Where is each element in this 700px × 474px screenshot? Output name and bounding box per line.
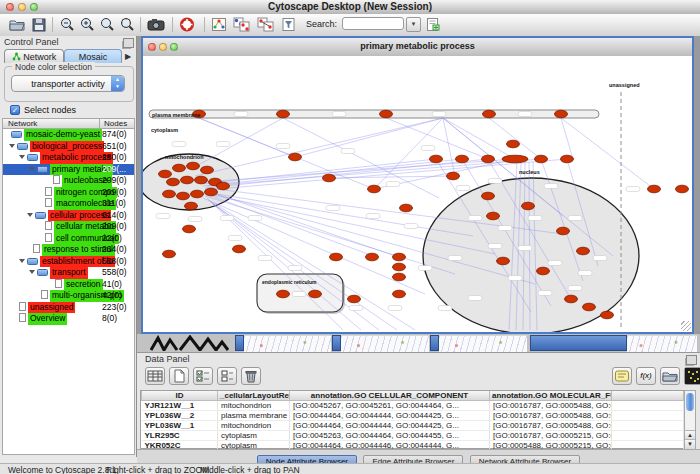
network-node[interactable] bbox=[535, 155, 548, 163]
network-node[interactable] bbox=[330, 253, 343, 261]
background-window-border[interactable] bbox=[235, 335, 244, 351]
network-node[interactable] bbox=[393, 263, 406, 271]
network-node[interactable] bbox=[366, 253, 379, 261]
background-window-border[interactable] bbox=[332, 335, 341, 351]
network-node[interactable] bbox=[217, 182, 230, 190]
network-node[interactable] bbox=[577, 247, 590, 255]
tree-item[interactable]: biological_process651(0) bbox=[3, 141, 134, 153]
tree-item[interactable]: Overview8(0) bbox=[3, 313, 134, 325]
network-node[interactable] bbox=[447, 172, 460, 180]
network-node[interactable] bbox=[676, 185, 689, 193]
network-edge[interactable] bbox=[561, 118, 573, 159]
network-view-icon[interactable] bbox=[210, 16, 228, 33]
network-node[interactable] bbox=[323, 174, 336, 182]
tree-item[interactable]: establishment of lo558(0) bbox=[3, 256, 134, 268]
background-window-sliver[interactable] bbox=[341, 335, 429, 352]
table-column-header[interactable]: annotation.GO MOLECULAR_FUNCTION bbox=[490, 391, 612, 401]
tree-item[interactable]: cell communicat22(0) bbox=[3, 233, 134, 245]
network-node[interactable] bbox=[430, 155, 443, 163]
network-node[interactable] bbox=[393, 290, 406, 298]
network-canvas[interactable]: plasma membranecytoplasmmitochondrionnuc… bbox=[143, 56, 692, 332]
network-node[interactable] bbox=[348, 295, 361, 303]
table-cell[interactable]: YLR295C bbox=[142, 431, 218, 441]
tree-item[interactable]: cellular metabo209(0) bbox=[3, 221, 134, 233]
tree-expand-icon[interactable] bbox=[27, 213, 33, 217]
table-row[interactable]: YLR295Ccytoplasm[GO:0045263, GO:0044464,… bbox=[142, 431, 684, 441]
zoom-out-icon[interactable] bbox=[58, 16, 76, 33]
network-node[interactable] bbox=[400, 204, 413, 212]
table-cell[interactable]: [GO:0045267, GO:0045261, GO:0044464, G..… bbox=[290, 401, 490, 411]
attribute-table-icon[interactable] bbox=[145, 367, 165, 385]
network-edge[interactable] bbox=[489, 118, 541, 159]
attribute-matrix-icon[interactable] bbox=[684, 367, 700, 385]
network-node[interactable] bbox=[482, 192, 495, 200]
tree-item[interactable]: secretion41(0) bbox=[3, 279, 134, 291]
background-window-border[interactable] bbox=[430, 335, 439, 351]
table-row[interactable]: YJR121W__1mitochondrion[GO:0045267, GO:0… bbox=[142, 401, 684, 411]
table-cell[interactable]: [GO:0016787, GO:0005488, GO:0005215, G..… bbox=[490, 401, 612, 411]
resize-grip[interactable] bbox=[681, 321, 691, 331]
search-input[interactable] bbox=[342, 17, 404, 30]
label-icon[interactable] bbox=[612, 367, 632, 385]
network-node[interactable] bbox=[163, 190, 176, 198]
float-panel-icon[interactable] bbox=[686, 355, 697, 365]
tree-item[interactable]: multi-organism pro42(0) bbox=[3, 290, 134, 302]
tree-item[interactable]: transport558(0) bbox=[3, 267, 134, 279]
network-node[interactable] bbox=[173, 164, 186, 172]
tree-expand-icon[interactable] bbox=[19, 259, 25, 263]
node-color-dropdown[interactable]: transporter activity ▲▼ bbox=[11, 75, 125, 92]
function-builder-icon[interactable]: f(x) bbox=[636, 367, 656, 385]
network-node[interactable] bbox=[195, 176, 208, 184]
table-column-header[interactable]: ID bbox=[142, 391, 218, 401]
table-column-header[interactable]: annotation.GO CELLULAR_COMPONENT bbox=[290, 391, 490, 401]
table-cell[interactable]: cytoplasm bbox=[218, 431, 290, 441]
table-cell[interactable] bbox=[612, 421, 684, 431]
table-cell[interactable]: YJR121W__1 bbox=[142, 401, 218, 411]
table-row[interactable]: YPL036W__2plasma membrane[GO:0044464, GO… bbox=[142, 411, 684, 421]
table-cell[interactable]: [GO:0016787, GO:0005488, GO:0005215, G..… bbox=[490, 411, 612, 421]
tree-expand-icon[interactable] bbox=[9, 144, 15, 148]
network-edge[interactable] bbox=[374, 118, 443, 189]
attribute-table-header-row[interactable]: ID_cellularLayoutRegionannotation.GO CEL… bbox=[142, 391, 684, 401]
network-node[interactable] bbox=[191, 190, 204, 198]
network-node[interactable] bbox=[181, 176, 194, 184]
table-cell[interactable]: mitochondrion bbox=[218, 421, 290, 431]
zoom-fit-icon[interactable] bbox=[98, 16, 116, 33]
network-node[interactable] bbox=[555, 110, 568, 118]
network-node[interactable] bbox=[583, 303, 596, 311]
scroll-down-icon[interactable]: ▼ bbox=[685, 439, 695, 449]
table-cell[interactable]: YPL036W__1 bbox=[142, 421, 218, 431]
network-node[interactable] bbox=[507, 140, 520, 148]
table-cell[interactable]: mitochondrion bbox=[218, 401, 290, 411]
network-node[interactable] bbox=[456, 155, 469, 163]
network-node[interactable] bbox=[557, 227, 570, 235]
filter-icon[interactable] bbox=[280, 16, 298, 33]
network-node[interactable] bbox=[380, 110, 393, 118]
network-window-titlebar[interactable]: primary metabolic process bbox=[143, 38, 692, 57]
network-edge[interactable] bbox=[199, 118, 295, 157]
network-node[interactable] bbox=[159, 170, 172, 178]
network-node[interactable] bbox=[502, 155, 528, 163]
tree-expand-icon[interactable] bbox=[19, 155, 25, 159]
search-config-icon[interactable] bbox=[424, 16, 442, 33]
scrollbar-thumb[interactable] bbox=[686, 393, 694, 411]
network-node[interactable] bbox=[497, 257, 510, 265]
tree-expand-icon[interactable] bbox=[29, 270, 35, 274]
network-node[interactable] bbox=[201, 166, 214, 174]
network-edge[interactable] bbox=[561, 118, 654, 189]
tree-item[interactable]: metabolic process280(0) bbox=[3, 152, 134, 164]
network-edge[interactable] bbox=[205, 192, 473, 236]
zoom-selected-icon[interactable] bbox=[118, 16, 136, 33]
unselect-attributes-icon[interactable] bbox=[217, 367, 237, 385]
float-panel-icon[interactable] bbox=[123, 38, 134, 48]
network-node[interactable] bbox=[483, 110, 496, 118]
network-node[interactable] bbox=[601, 311, 614, 319]
network-node[interactable] bbox=[393, 253, 406, 261]
table-cell[interactable] bbox=[612, 401, 684, 411]
table-cell[interactable]: [GO:0016787, GO:0005488, GO:0005215, G..… bbox=[490, 421, 612, 431]
network-node[interactable] bbox=[368, 185, 381, 193]
tree-item[interactable]: cellular process614(0) bbox=[3, 210, 134, 222]
tree-item[interactable]: mosaic-demo-yeast874(0) bbox=[3, 129, 134, 141]
tree-item[interactable]: response to stimul264(0) bbox=[3, 244, 134, 256]
import-attributes-icon[interactable] bbox=[660, 367, 680, 385]
